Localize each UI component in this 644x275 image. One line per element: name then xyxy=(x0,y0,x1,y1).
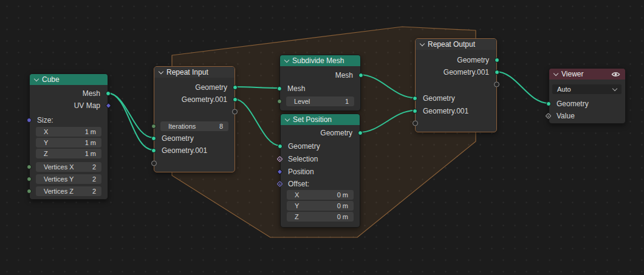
geometry001-input-socket[interactable] xyxy=(413,109,417,114)
collapse-chevron-icon[interactable] xyxy=(284,57,289,62)
input-row: Geometry.001 xyxy=(154,144,235,157)
size-y-field[interactable]: Y 1 m xyxy=(36,138,101,148)
extend-output-socket[interactable] xyxy=(494,82,499,87)
output-row: Geometry.001 xyxy=(416,66,496,78)
wire-cube-mesh-to-repeatinput-geometry001[interactable] xyxy=(107,93,154,150)
wire-cube-mesh-to-repeatinput-geometry[interactable] xyxy=(107,93,154,138)
output-row: Geometry xyxy=(281,127,360,139)
field-row: Y 0 m xyxy=(281,201,360,211)
node-viewer[interactable]: Viewer Auto Geometry Value xyxy=(549,68,626,124)
node-viewer-header[interactable]: Viewer xyxy=(549,69,625,80)
input-row: Position xyxy=(281,166,360,178)
geometry-output-socket[interactable] xyxy=(233,85,238,90)
field-value: 1 m xyxy=(85,150,96,157)
viewer-mode-dropdown[interactable]: Auto xyxy=(552,84,622,94)
collapse-chevron-icon[interactable] xyxy=(159,69,163,73)
mesh-output-socket[interactable] xyxy=(106,91,111,96)
node-cube-header[interactable]: Cube xyxy=(30,74,108,85)
input-row: Geometry xyxy=(549,98,625,110)
collapse-chevron-icon[interactable] xyxy=(34,76,39,81)
node-title: Viewer xyxy=(561,70,583,78)
socket-label: Geometry.001 xyxy=(423,107,468,115)
output-row: Mesh xyxy=(30,87,108,100)
vertices-y-input-socket[interactable] xyxy=(27,177,32,182)
geometry001-output-socket[interactable] xyxy=(495,70,499,75)
collapse-chevron-icon[interactable] xyxy=(420,41,425,46)
vertices-y-field[interactable]: Vertices Y 2 xyxy=(36,174,101,184)
geometry001-output-socket[interactable] xyxy=(233,97,238,102)
geometry-output-socket[interactable] xyxy=(358,131,363,135)
extend-input-socket[interactable] xyxy=(413,121,418,126)
geometry-input-socket[interactable] xyxy=(546,101,551,106)
size-input-socket[interactable] xyxy=(27,118,32,123)
node-repeat-input-header[interactable]: Repeat Input xyxy=(154,67,235,78)
node-repeat-output-header[interactable]: Repeat Output xyxy=(416,39,496,50)
vertices-z-input-socket[interactable] xyxy=(27,189,32,194)
output-row xyxy=(154,106,235,118)
node-cube[interactable]: Cube Mesh UV Map Size: X 1 m Y 1 m xyxy=(29,73,108,200)
node-title: Set Position xyxy=(293,115,332,124)
node-repeat-input[interactable]: Repeat Input Geometry Geometry.001 Itera… xyxy=(154,66,235,172)
geometry-output-socket[interactable] xyxy=(495,58,499,63)
field-value: 2 xyxy=(92,163,96,171)
mesh-input-socket[interactable] xyxy=(277,86,282,91)
socket-label: Geometry.001 xyxy=(444,68,489,76)
iterations-input-socket[interactable] xyxy=(151,124,156,129)
geometry-input-socket[interactable] xyxy=(413,96,417,101)
offset-x-field[interactable]: X 0 m xyxy=(287,190,354,200)
socket-label: Geometry xyxy=(557,100,589,108)
field-value: 0 m xyxy=(337,213,348,220)
field-label: Vertices Z xyxy=(44,188,74,195)
vertices-z-field[interactable]: Vertices Z 2 xyxy=(36,186,101,196)
node-title: Repeat Output xyxy=(428,40,475,49)
input-row: Geometry xyxy=(281,140,360,152)
field-label: Iterations xyxy=(168,123,196,130)
output-row: Geometry xyxy=(154,81,235,93)
socket-label: Size: xyxy=(37,116,53,124)
socket-label: Position xyxy=(288,168,314,176)
offset-z-field[interactable]: Z 0 m xyxy=(287,212,354,222)
wire-repeatoutput-geometry001-to-viewer-geometry[interactable] xyxy=(496,72,549,103)
node-title: Cube xyxy=(42,75,60,84)
iterations-field[interactable]: Iterations 8 xyxy=(160,121,228,131)
collapse-chevron-icon[interactable] xyxy=(553,70,558,75)
field-label: Y xyxy=(295,202,299,209)
output-row: Geometry.001 xyxy=(154,93,235,106)
node-set-position[interactable]: Set Position Geometry Geometry Selection… xyxy=(280,114,360,228)
extend-output-socket[interactable] xyxy=(232,109,238,115)
socket-label: Mesh xyxy=(83,89,100,98)
input-row: Value xyxy=(549,110,625,122)
socket-label: UV Map xyxy=(74,101,100,110)
input-row xyxy=(416,117,496,129)
vertices-x-input-socket[interactable] xyxy=(27,165,32,169)
geometry-input-socket[interactable] xyxy=(278,144,283,149)
vertices-x-field[interactable]: Vertices X 2 xyxy=(36,162,101,172)
eye-icon[interactable] xyxy=(611,71,620,78)
size-x-field[interactable]: X 1 m xyxy=(36,127,101,137)
socket-label: Offset: xyxy=(288,180,309,188)
node-title: Repeat Input xyxy=(166,68,208,76)
geometry001-input-socket[interactable] xyxy=(151,148,156,153)
mesh-output-socket[interactable] xyxy=(358,73,363,78)
geometry-input-socket[interactable] xyxy=(151,136,156,141)
node-repeat-output[interactable]: Repeat Output Geometry Geometry.001 Geom… xyxy=(415,38,497,132)
field-value: 2 xyxy=(92,175,96,183)
socket-label: Value xyxy=(557,112,575,120)
offset-y-field[interactable]: Y 0 m xyxy=(287,201,354,211)
node-subdivide-mesh[interactable]: Subdivide Mesh Mesh Mesh Level 1 xyxy=(279,55,361,111)
dropdown-value: Auto xyxy=(557,86,571,93)
field-row: X 1 m xyxy=(30,127,108,137)
field-row: Z 1 m xyxy=(30,149,108,158)
size-z-field[interactable]: Z 1 m xyxy=(36,149,101,158)
level-field[interactable]: Level 1 xyxy=(286,97,354,106)
dropdown-chevron-icon xyxy=(612,86,617,90)
node-editor-canvas[interactable]: Cube Mesh UV Map Size: X 1 m Y 1 m xyxy=(0,0,644,275)
field-value: 1 xyxy=(345,98,349,105)
extend-input-socket[interactable] xyxy=(151,161,157,166)
level-input-socket[interactable] xyxy=(277,99,282,104)
node-set-position-header[interactable]: Set Position xyxy=(281,114,360,125)
collapse-chevron-icon[interactable] xyxy=(285,116,290,121)
field-value: 2 xyxy=(92,188,96,195)
node-subdivide-mesh-header[interactable]: Subdivide Mesh xyxy=(280,55,360,66)
field-label: Vertices Y xyxy=(44,175,74,183)
